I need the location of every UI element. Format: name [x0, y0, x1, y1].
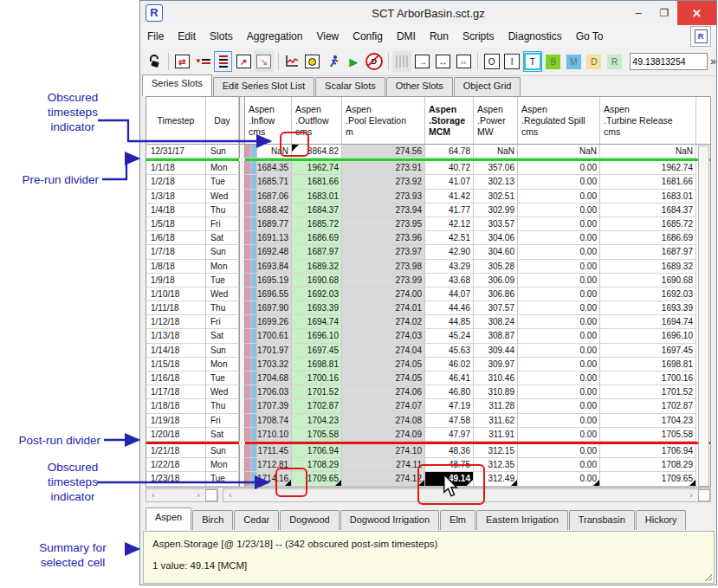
timestep-cell[interactable]: 1/2/18 — [146, 175, 206, 189]
column-header-pool[interactable]: Aspen.Pool Elevationm — [342, 97, 425, 144]
timestep-cell[interactable]: 1/1/18 — [146, 161, 206, 175]
cell-pool[interactable]: 273.97 — [342, 245, 425, 259]
cell-storage[interactable]: 42.12 — [425, 217, 474, 231]
cell-storage[interactable]: 46.41 — [425, 372, 474, 385]
cell-pool[interactable]: 273.91 — [342, 161, 425, 175]
cell-power[interactable]: 357.06 — [474, 161, 518, 175]
cell-storage[interactable]: 46.80 — [425, 385, 474, 399]
cell-outflow[interactable]: 1685.72 — [292, 217, 342, 231]
column-header-turbine[interactable]: Aspen.Turbine Releasecms — [600, 97, 696, 144]
timestep-cell[interactable]: 1/18/18 — [146, 399, 206, 413]
object-tab-aspen[interactable]: Aspen — [146, 507, 191, 530]
cell-power[interactable]: 304.06 — [474, 231, 518, 245]
tab-series-slots[interactable]: Series Slots — [142, 74, 212, 96]
cell-regspill[interactable]: 0.00 — [518, 315, 600, 329]
cell-inflow[interactable]: 1700.61 — [257, 329, 292, 343]
cell-storage[interactable]: 40.72 — [425, 161, 474, 175]
cell-inflow[interactable]: 1714.16 — [257, 472, 292, 486]
cell-turbine[interactable]: 1706.94 — [600, 444, 696, 458]
menu-run[interactable]: Run — [423, 27, 456, 46]
cell-storage[interactable]: 43.68 — [425, 274, 474, 288]
cell-inflow[interactable]: 1699.26 — [257, 315, 292, 329]
cell-outflow[interactable]: 1709.65 — [292, 472, 342, 486]
cell-turbine[interactable]: 1700.16 — [600, 372, 696, 385]
toolbar-overflow-button[interactable]: » — [710, 55, 716, 68]
minimize-button[interactable]: – — [625, 1, 651, 25]
menu-slots[interactable]: Slots — [203, 27, 240, 46]
scroll-thumb[interactable] — [698, 489, 710, 501]
object-tab-cedar[interactable]: Cedar — [234, 510, 279, 530]
menu-view[interactable]: View — [309, 27, 346, 46]
cell-pool[interactable]: 274.05 — [342, 358, 425, 372]
cell-power[interactable]: 310.46 — [474, 372, 518, 385]
cell-regspill[interactable]: 0.00 — [518, 399, 600, 413]
cell-storage[interactable]: 42.90 — [425, 245, 474, 259]
menu-dmi[interactable]: DMI — [390, 27, 423, 46]
cell-turbine[interactable]: NaN — [600, 145, 696, 158]
cell-inflow[interactable]: 1708.74 — [257, 414, 292, 428]
cell-pool[interactable]: 274.06 — [342, 385, 425, 399]
cell-outflow[interactable]: 1700.16 — [292, 372, 342, 385]
cell-turbine[interactable]: 1683.01 — [600, 190, 696, 204]
cell-power[interactable]: 312.15 — [474, 444, 518, 458]
cell-storage[interactable]: 42.51 — [425, 231, 474, 245]
cell-pool[interactable]: 273.95 — [342, 217, 425, 231]
cell-power[interactable]: 311.62 — [474, 414, 518, 428]
cell-pool[interactable]: 274.10 — [342, 444, 425, 458]
cell-power[interactable]: 302.51 — [474, 190, 518, 204]
cell-pool[interactable]: 274.56 — [342, 145, 425, 158]
cell-outflow[interactable]: 1694.74 — [292, 315, 342, 329]
cell-regspill[interactable]: 0.00 — [518, 274, 600, 288]
cell-turbine[interactable]: 1705.58 — [600, 428, 696, 442]
sort-slots-icon[interactable]: ▼ — [193, 51, 212, 72]
cell-turbine[interactable]: 1708.29 — [600, 458, 696, 472]
timestep-cell[interactable]: 1/12/18 — [146, 315, 206, 329]
cell-inflow[interactable]: 1704.68 — [257, 372, 292, 385]
column-header-day[interactable]: Day — [206, 97, 239, 144]
cell-outflow[interactable]: 1684.37 — [292, 204, 342, 217]
rule-flag-icon[interactable]: R — [605, 51, 624, 72]
best-efficiency-flag-icon[interactable]: B — [544, 51, 563, 72]
timestep-cell[interactable]: 1/21/18 — [146, 444, 206, 458]
cell-power[interactable]: 308.24 — [474, 315, 518, 329]
timestep-cell[interactable]: 1/6/18 — [146, 231, 206, 245]
timestep-cell[interactable]: 1/5/18 — [146, 217, 206, 231]
cell-regspill[interactable]: 0.00 — [518, 428, 600, 442]
cell-turbine[interactable]: 1702.87 — [600, 399, 696, 413]
cell-storage[interactable]: 48.75 — [425, 458, 474, 472]
cell-pool[interactable]: 274.12 — [342, 472, 425, 486]
cell-inflow[interactable]: 1703.32 — [257, 358, 292, 372]
cell-power[interactable]: 311.28 — [474, 399, 518, 413]
stop-run-icon[interactable]: D — [365, 51, 384, 72]
cell-power[interactable]: 306.09 — [474, 274, 518, 288]
cell-inflow[interactable]: 1695.19 — [257, 274, 292, 288]
cell-pool[interactable]: 273.94 — [342, 204, 425, 217]
cell-regspill[interactable]: 0.00 — [518, 161, 600, 175]
cell-storage[interactable]: 44.46 — [425, 301, 474, 315]
timestep-cell[interactable]: 1/15/18 — [146, 358, 206, 372]
cell-regspill[interactable]: 0.00 — [518, 217, 600, 231]
max-capacity-flag-icon[interactable]: M — [565, 51, 584, 72]
cell-pool[interactable]: 274.09 — [342, 428, 425, 442]
cell-inflow[interactable]: 1707.39 — [257, 399, 292, 413]
cell-regspill[interactable]: 0.00 — [518, 414, 600, 428]
cell-value-field[interactable] — [630, 53, 708, 70]
cell-outflow[interactable]: 1962.74 — [292, 161, 342, 175]
cell-turbine[interactable]: 1709.65 — [600, 472, 696, 486]
timestep-cell[interactable]: 1/19/18 — [146, 414, 206, 428]
cell-turbine[interactable]: 1687.97 — [600, 245, 696, 259]
cell-turbine[interactable]: 1685.72 — [600, 217, 696, 231]
timestep-cell[interactable]: 1/3/18 — [146, 190, 206, 204]
cell-regspill[interactable]: 0.00 — [518, 190, 600, 204]
cell-turbine[interactable]: 1681.66 — [600, 175, 696, 189]
cell-turbine[interactable]: 1694.74 — [600, 315, 696, 329]
cell-power[interactable]: 304.60 — [474, 245, 518, 259]
tab-other-slots[interactable]: Other Slots — [386, 77, 453, 96]
cell-turbine[interactable]: 1697.45 — [600, 344, 696, 358]
cell-power[interactable]: 312.35 — [474, 458, 518, 472]
vertical-scrollbar[interactable] — [698, 145, 709, 487]
cell-turbine[interactable]: 1686.69 — [600, 231, 696, 245]
cell-power[interactable]: 302.99 — [474, 204, 518, 217]
cell-pool[interactable]: 273.98 — [342, 260, 425, 274]
cell-inflow[interactable]: 1697.90 — [257, 301, 292, 315]
